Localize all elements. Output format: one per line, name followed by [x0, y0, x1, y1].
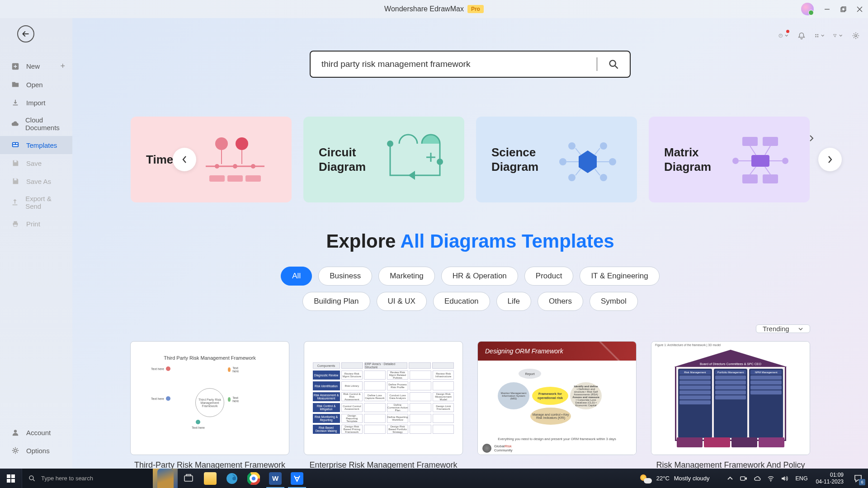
- sort-dropdown[interactable]: Trending: [756, 324, 810, 333]
- category-card-circuit[interactable]: Circuit Diagram: [303, 117, 464, 202]
- filter-building-plan[interactable]: Building Plan: [302, 292, 370, 311]
- svg-rect-25: [815, 36, 816, 37]
- account-icon: [11, 428, 20, 437]
- filter-button[interactable]: [833, 31, 843, 41]
- back-button[interactable]: [17, 25, 34, 42]
- carousel-next-button[interactable]: [818, 148, 842, 171]
- svg-rect-71: [7, 479, 10, 483]
- taskbar-word[interactable]: W: [264, 469, 286, 488]
- sidebar-item-save[interactable]: Save: [0, 154, 72, 172]
- category-card-science[interactable]: Science Diagram: [476, 117, 637, 202]
- template-card-third-party-risk[interactable]: Third Party Risk Management Framework Th…: [130, 341, 289, 469]
- clock-date: 04-11-2023: [816, 479, 844, 485]
- taskbar-edrawmax[interactable]: [286, 469, 308, 488]
- sidebar-item-export-send[interactable]: Export & Send: [0, 190, 72, 215]
- filter-marketing[interactable]: Marketing: [378, 267, 435, 286]
- close-button[interactable]: [855, 5, 863, 13]
- weather-desc: Mostly cloudy: [674, 475, 710, 482]
- search-box[interactable]: [310, 51, 631, 78]
- filter-it-engineering[interactable]: IT & Engineering: [580, 267, 659, 286]
- taskbar-file-explorer[interactable]: [199, 469, 221, 488]
- template-title: Enterprise Risk Management Framework: [304, 460, 463, 469]
- tray-meet-now[interactable]: [740, 474, 748, 483]
- filter-ui-ux[interactable]: UI & UX: [377, 292, 427, 311]
- sidebar-item-print[interactable]: Print: [0, 215, 72, 233]
- start-button[interactable]: [0, 469, 22, 488]
- filter-life[interactable]: Life: [496, 292, 531, 311]
- filter-business[interactable]: Business: [318, 267, 372, 286]
- template-card-risk-policy[interactable]: Figure 1: Architecture of the framework …: [651, 341, 810, 469]
- carousel-prev-button[interactable]: [173, 148, 196, 171]
- svg-rect-57: [763, 137, 778, 146]
- category-label: Matrix Diagram: [664, 145, 726, 174]
- task-view-button[interactable]: [178, 469, 199, 488]
- bell-button[interactable]: [797, 31, 807, 41]
- tray-onedrive[interactable]: [753, 474, 761, 483]
- grid-apps-button[interactable]: [815, 31, 825, 41]
- sidebar-item-templates[interactable]: Templates: [0, 136, 72, 154]
- svg-point-31: [215, 164, 219, 169]
- filter-education[interactable]: Education: [433, 292, 490, 311]
- filter-symbol[interactable]: Symbol: [590, 292, 638, 311]
- category-card-matrix[interactable]: Matrix Diagram: [649, 117, 810, 202]
- template-title: Risk Management Framework And Policy: [651, 460, 810, 469]
- svg-point-41: [387, 141, 393, 147]
- svg-line-53: [594, 169, 600, 175]
- settings-button[interactable]: [851, 31, 861, 41]
- system-clock[interactable]: 01:09 04-11-2023: [811, 472, 848, 485]
- sidebar-item-account[interactable]: Account: [0, 423, 72, 441]
- filter-product[interactable]: Product: [524, 267, 574, 286]
- language-indicator[interactable]: ENG: [792, 475, 811, 482]
- search-input[interactable]: [321, 59, 597, 69]
- svg-rect-40: [245, 175, 261, 182]
- filter-all[interactable]: All: [281, 267, 312, 286]
- svg-rect-17: [14, 221, 17, 223]
- maximize-button[interactable]: [839, 5, 847, 13]
- taskbar-search[interactable]: Type here to search: [22, 469, 153, 488]
- svg-rect-58: [751, 155, 769, 167]
- filter-hr-operation[interactable]: HR & Operation: [441, 267, 518, 286]
- chevron-down-icon: [798, 326, 803, 332]
- sidebar-item-new[interactable]: New +: [0, 57, 72, 75]
- action-center-button[interactable]: 6: [848, 469, 868, 488]
- filter-others[interactable]: Others: [538, 292, 583, 311]
- template-card-enterprise-risk[interactable]: Components ERP Area's · Detailed Structu…: [304, 341, 463, 469]
- sidebar-item-import[interactable]: Import: [0, 94, 72, 112]
- svg-marker-43: [579, 150, 597, 173]
- category-card-timeline[interactable]: Timeline: [131, 117, 292, 202]
- tray-volume[interactable]: [780, 474, 788, 483]
- avatar[interactable]: [801, 3, 814, 15]
- taskbar-edge[interactable]: [221, 469, 243, 488]
- svg-point-33: [251, 164, 255, 169]
- help-button[interactable]: ?: [778, 31, 788, 41]
- template-thumbnail: Third Party Risk Management Framework Th…: [130, 341, 289, 455]
- svg-point-19: [14, 430, 17, 432]
- template-card-orm-framework[interactable]: Designing ORM Framework Report Framework…: [477, 341, 637, 469]
- sidebar-item-save-as[interactable]: Save As: [0, 172, 72, 190]
- content-area: ?: [72, 18, 868, 469]
- taskbar-chrome[interactable]: [243, 469, 264, 488]
- search-icon[interactable]: [608, 59, 619, 70]
- text-cursor: [597, 57, 597, 71]
- explore-heading: Explore All Diagrams Templates: [72, 230, 868, 252]
- tray-wifi[interactable]: [767, 474, 775, 483]
- minimize-button[interactable]: [823, 5, 831, 13]
- clock-time: 01:09: [830, 472, 844, 479]
- sidebar-item-label: Print: [26, 220, 40, 228]
- taskbar-highlight[interactable]: [153, 469, 178, 488]
- sidebar-item-label: Templates: [26, 141, 57, 149]
- weather-widget[interactable]: 22°C Mostly cloudy: [634, 474, 716, 483]
- save-as-icon: [11, 177, 20, 186]
- svg-rect-14: [14, 160, 16, 163]
- sidebar-item-open[interactable]: Open: [0, 75, 72, 94]
- svg-point-62: [782, 158, 788, 164]
- sidebar-item-cloud-documents[interactable]: Cloud Documents: [0, 112, 72, 136]
- svg-rect-8: [12, 83, 19, 87]
- sidebar-item-options[interactable]: Options: [0, 441, 72, 460]
- svg-rect-10: [12, 142, 19, 147]
- filter-row: All Business Marketing HR & Operation Pr…: [244, 267, 696, 311]
- svg-rect-9: [12, 82, 15, 84]
- svg-rect-70: [11, 474, 15, 478]
- notification-dot: [786, 30, 789, 33]
- tray-chevron-up[interactable]: [726, 474, 734, 483]
